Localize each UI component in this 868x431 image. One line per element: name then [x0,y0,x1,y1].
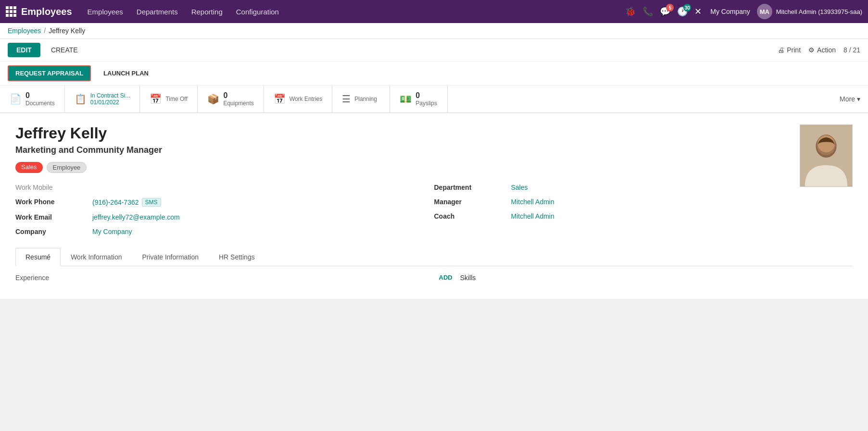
time-off-label: Time Off [165,96,187,102]
smart-buttons-bar: 📄 0 Documents 📋 In Contract Si... 01/01/… [0,86,868,113]
breadcrumb-parent[interactable]: Employees [8,27,41,35]
skills-title: Skills [460,274,476,282]
company-name: My Company [710,8,750,15]
user-avatar: MA [757,4,772,19]
app-logo[interactable]: Employees [6,6,72,17]
time-off-smart-btn[interactable]: 📅 Time Off [140,86,198,112]
company-label: Company [15,227,92,236]
documents-smart-btn[interactable]: 📄 0 Documents [0,86,65,112]
tag-employee[interactable]: Employee [47,162,87,173]
more-label: More [840,95,855,103]
breadcrumb-separator: / [44,27,46,35]
experience-section: Experience [15,274,429,287]
sms-badge[interactable]: SMS [142,198,161,207]
chevron-down-icon: ▾ [857,95,860,103]
company-value[interactable]: My Company [92,227,434,236]
info-right: Department Sales Manager Mitchell Admin … [434,183,853,236]
work-mobile-label: Work Mobile [15,183,92,192]
bug-icon[interactable]: 🐞 [625,6,636,17]
grid-icon [6,6,16,17]
payslips-smart-btn[interactable]: 💵 0 Payslips [390,86,448,112]
documents-count: 0 [25,91,55,100]
payslips-icon: 💵 [400,93,412,105]
employee-details: Jeffrey Kelly Marketing and Community Ma… [15,124,853,236]
documents-label: Documents [25,100,55,107]
tag-sales[interactable]: Sales [15,162,43,173]
documents-icon: 📄 [10,93,22,105]
payslips-label: Payslips [415,100,437,107]
info-left: Work Mobile Work Phone (916)-264-7362 SM… [15,183,434,236]
menu-reporting[interactable]: Reporting [186,5,228,19]
menu-configuration[interactable]: Configuration [230,5,285,19]
username-label: Mitchell Admin (13933975-saa) [776,8,862,15]
planning-icon: ☰ [342,93,351,105]
secondary-action-bar: REQUEST APPRAISAL LAUNCH PLAN [0,62,868,86]
contract-sublabel: 01/01/2022 [90,99,130,106]
print-icon: 🖨 [778,46,784,54]
tab-private-information[interactable]: Private Information [132,248,209,266]
chat-badge: 5 [666,4,674,12]
action-dropdown[interactable]: ⚙ Action [808,46,836,54]
payslips-count: 0 [415,91,437,100]
chat-icon[interactable]: 💬 5 [660,6,670,17]
action-label: Action [817,46,836,54]
create-button[interactable]: CREATE [44,43,85,57]
print-label: Print [787,46,801,54]
employee-info-grid: Work Mobile Work Phone (916)-264-7362 SM… [15,183,853,236]
work-email-label: Work Email [15,212,92,222]
employee-tags: Sales Employee [15,162,853,173]
equipments-icon: 📦 [207,93,219,105]
clock-badge: 30 [683,4,691,12]
menu-employees[interactable]: Employees [82,5,129,19]
action-bar-right: 🖨 Print ⚙ Action 8 / 21 [778,46,860,54]
skills-section: ADD Skills [439,274,853,287]
contract-label: In Contract Si... [90,92,130,99]
request-appraisal-button[interactable]: REQUEST APPRAISAL [8,65,91,81]
topnav-actions: 🐞 📞 💬 5 🕐 30 ✕ My Company MA Mitchell Ad… [625,4,862,19]
time-off-icon: 📅 [150,93,162,105]
more-button[interactable]: More ▾ [832,86,868,112]
employee-form: Jeffrey Kelly Marketing and Community Ma… [0,113,868,299]
work-entries-smart-btn[interactable]: 📅 Work Entries [264,86,332,112]
clock-icon[interactable]: 🕐 30 [677,6,688,17]
work-entries-icon: 📅 [274,93,286,105]
planning-label: Planning [354,96,377,102]
contract-smart-btn[interactable]: 📋 In Contract Si... 01/01/2022 [65,86,140,112]
planning-smart-btn[interactable]: ☰ Planning [332,86,390,112]
print-button[interactable]: 🖨 Print [778,46,801,54]
work-phone-value: (916)-264-7362 SMS [92,197,434,208]
add-skill-button[interactable]: ADD [439,274,453,281]
top-navigation: Employees Employees Departments Reportin… [0,0,868,23]
user-menu[interactable]: MA Mitchell Admin (13933975-saa) [757,4,862,19]
phone-icon[interactable]: 📞 [642,6,653,17]
menu-departments[interactable]: Departments [131,5,184,19]
equipments-count: 0 [223,91,253,100]
manager-label: Manager [434,197,511,207]
edit-button[interactable]: EDIT [8,43,40,57]
work-mobile-value [92,183,434,192]
department-label: Department [434,183,511,192]
manager-value[interactable]: Mitchell Admin [511,197,853,207]
tab-hr-settings[interactable]: HR Settings [209,248,265,266]
work-phone-label: Work Phone [15,197,92,208]
main-menu: Employees Departments Reporting Configur… [82,5,626,19]
tab-resume[interactable]: Resumé [15,248,61,266]
equipments-label: Equipments [223,100,253,107]
work-email-value[interactable]: jeffrey.kelly72@example.com [92,212,434,222]
tab-work-information[interactable]: Work Information [61,248,132,266]
employee-photo[interactable] [800,124,853,187]
employee-photo-svg [800,124,852,187]
equipments-smart-btn[interactable]: 📦 0 Equipments [198,86,264,112]
work-phone-number[interactable]: (916)-264-7362 [92,198,139,206]
coach-label: Coach [434,211,511,221]
launch-plan-button[interactable]: LAUNCH PLAN [97,66,155,80]
gear-icon: ⚙ [808,46,815,54]
tabs-bar: Resumé Work Information Private Informat… [15,248,853,266]
breadcrumb: Employees / Jeffrey Kelly [0,23,868,39]
record-navigation: 8 / 21 [843,46,860,54]
experience-title: Experience [15,274,49,282]
contract-icon: 📋 [75,93,87,105]
close-icon[interactable]: ✕ [694,6,702,17]
coach-value[interactable]: Mitchell Admin [511,211,853,221]
employee-job-title: Marketing and Community Manager [15,145,853,155]
